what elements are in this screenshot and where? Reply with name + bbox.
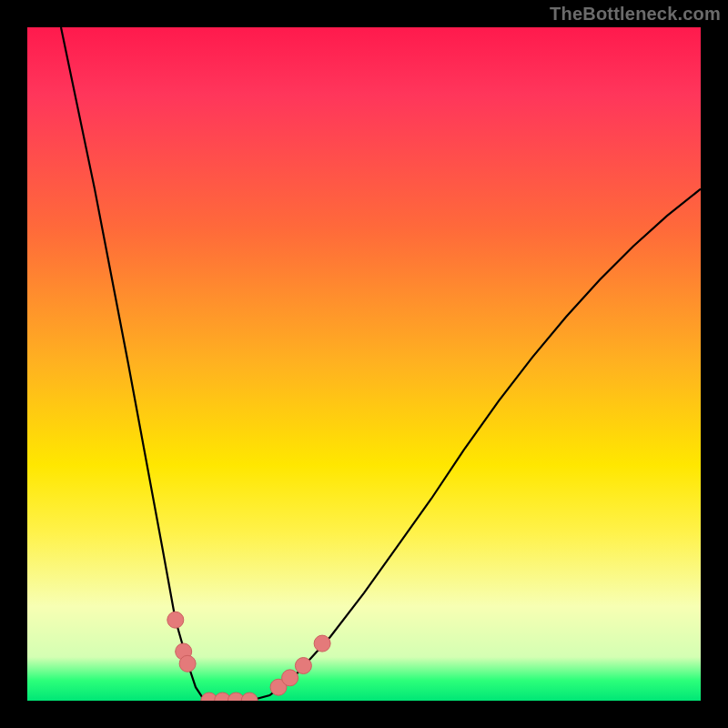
markers-group xyxy=(167,612,330,701)
chart-stage: TheBottleneck.com xyxy=(0,0,728,728)
marker-right-2 xyxy=(282,670,298,686)
chart-svg xyxy=(27,27,701,701)
marker-right-3 xyxy=(295,658,311,674)
bottleneck-curve xyxy=(61,27,701,701)
marker-left-3 xyxy=(179,655,196,672)
marker-right-4 xyxy=(314,635,330,652)
marker-left-1 xyxy=(167,612,184,628)
watermark-text: TheBottleneck.com xyxy=(550,4,721,25)
marker-bottom-4 xyxy=(241,693,258,701)
plot-area xyxy=(27,27,701,701)
